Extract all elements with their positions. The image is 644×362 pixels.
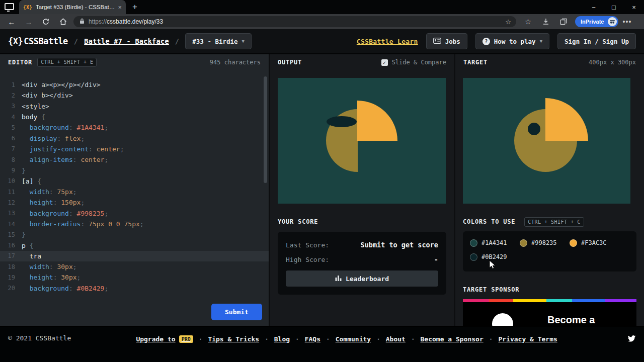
how-to-play-button[interactable]: ? How to play ▼ — [475, 33, 549, 49]
code-area[interactable]: 1<div a><p></p></div>2<div b></div>3<sty… — [0, 71, 269, 326]
jobs-button[interactable]: Jobs — [426, 33, 467, 49]
code-text: border-radius: 75px 0 0 75px; — [22, 220, 144, 228]
forward-icon[interactable]: → — [20, 15, 37, 29]
minimize-button[interactable]: − — [584, 0, 604, 14]
code-line-15[interactable]: 15} — [0, 229, 269, 240]
line-number: 19 — [0, 274, 22, 281]
footer-link[interactable]: Privacy & Terms — [498, 335, 557, 343]
inprivate-badge[interactable]: InPrivate — [575, 16, 618, 27]
profile-avatar[interactable] — [608, 17, 617, 26]
maximize-button[interactable]: □ — [604, 0, 624, 14]
code-line-1[interactable]: 1<div a><p></p></div> — [0, 79, 269, 90]
code-text: } — [22, 231, 26, 238]
bar-chart-icon — [335, 275, 342, 283]
battle-link[interactable]: Battle #7 - Backface — [84, 37, 169, 45]
footer-link[interactable]: Upgrade toPRO — [136, 335, 193, 343]
last-score-row: Last Score: Submit to get score — [286, 240, 438, 250]
code-line-18[interactable]: 18 width: 30px; — [0, 261, 269, 272]
copyright: © 2021 CSSBattle — [8, 334, 71, 342]
footer-link[interactable]: FAQs — [305, 335, 320, 343]
color-swatch[interactable]: #1A4341 — [470, 237, 520, 248]
close-button[interactable]: × — [624, 0, 644, 14]
target-shape-quarter — [545, 98, 588, 141]
code-line-16[interactable]: 16p { — [0, 240, 269, 250]
sign-in-button[interactable]: Sign In / Sign Up — [557, 33, 636, 49]
slide-compare-checkbox[interactable]: ✓ — [381, 59, 388, 66]
target-shape-eye — [528, 123, 540, 135]
logo-text: CSSBattle — [24, 36, 68, 46]
address-bar[interactable]: https://cssbattle.dev/play/33 ☆ — [73, 16, 516, 27]
code-line-20[interactable]: 20 background: #0B2429; — [0, 283, 269, 294]
output-canvas[interactable] — [278, 78, 446, 204]
code-text: <div b></div> — [22, 92, 73, 99]
code-text: tra — [22, 252, 41, 260]
footer-link[interactable]: About — [386, 335, 406, 343]
footer-link[interactable]: Become a Sponsor — [421, 335, 484, 343]
output-panel: OUTPUT ✓ Slide & Compare YOUR SCORE Last… — [270, 54, 455, 326]
code-line-12[interactable]: 12 height: 150px; — [0, 197, 269, 208]
question-icon: ? — [482, 38, 490, 45]
jobs-button-label: Jobs — [445, 38, 460, 45]
color-dot-icon — [520, 239, 527, 247]
twitter-icon[interactable] — [627, 335, 636, 344]
footer-link[interactable]: Community — [336, 335, 371, 343]
cssbattle-favicon-icon: {X} — [23, 5, 32, 10]
output-title: OUTPUT — [278, 59, 302, 65]
separator: · — [376, 334, 381, 344]
code-line-4[interactable]: 4body { — [0, 112, 269, 122]
code-line-8[interactable]: 8 align-items: center; — [0, 154, 269, 165]
editor-header: EDITOR CTRL + SHIFT + E 945 characters — [0, 54, 269, 70]
back-icon[interactable]: ← — [3, 15, 20, 29]
code-line-6[interactable]: 6 display: flex; — [0, 133, 269, 143]
footer-link[interactable]: Tips & Tricks — [208, 335, 259, 343]
window-controls: − □ × — [584, 0, 644, 14]
favorites-icon[interactable]: ☆ — [519, 15, 537, 29]
home-icon[interactable] — [54, 15, 71, 29]
editor-shortcut-badge: CTRL + SHIFT + E — [37, 58, 97, 67]
code-line-19[interactable]: 19 height: 30px; — [0, 272, 269, 283]
downloads-icon[interactable] — [537, 15, 554, 29]
tab-close-icon[interactable]: × — [118, 4, 122, 11]
code-text: justify-content: center; — [22, 145, 124, 153]
add-favorite-icon[interactable]: ☆ — [505, 18, 511, 26]
footer-link[interactable]: Blog — [274, 335, 290, 343]
cssbattle-logo[interactable]: {X} CSSBattle — [8, 36, 68, 46]
code-line-5[interactable]: 5 background: #1A4341; — [0, 122, 269, 133]
new-tab-button[interactable]: + — [132, 2, 137, 12]
target-header: TARGET 400px x 300px — [455, 54, 644, 70]
footer-links: Upgrade toPRO·Tips & Tricks·Blog·FAQs·Co… — [71, 334, 622, 344]
sponsor-logo — [492, 313, 513, 326]
sign-in-label: Sign In / Sign Up — [565, 38, 629, 45]
level-dropdown[interactable]: #33 - Birdie ▼ — [185, 33, 252, 49]
code-text: <div a><p></p></div> — [22, 81, 101, 88]
separator: · — [295, 334, 300, 344]
colors-shortcut-badge: CTRL + SHIFT + C — [524, 217, 584, 227]
code-line-7[interactable]: 7 justify-content: center; — [0, 144, 269, 154]
target-canvas[interactable] — [463, 78, 630, 204]
code-line-14[interactable]: 14 border-radius: 75px 0 0 75px; — [0, 219, 269, 229]
code-line-10[interactable]: 10[a] { — [0, 176, 269, 187]
browser-menu-icon[interactable]: ••• — [618, 18, 635, 26]
colors-to-use-title: COLORS TO USE CTRL + SHIFT + C — [463, 218, 636, 225]
collections-icon[interactable] — [554, 15, 572, 29]
editor-scrollbar[interactable] — [264, 76, 267, 183]
color-swatch[interactable]: #F3AC3C — [570, 237, 619, 248]
refresh-icon[interactable] — [37, 15, 54, 29]
submit-button[interactable]: Submit — [211, 304, 262, 320]
line-number: 18 — [0, 263, 22, 270]
sponsor-banner[interactable]: Become a — [463, 299, 636, 326]
leaderboard-button[interactable]: Leaderboard — [286, 270, 438, 287]
code-line-3[interactable]: 3<style> — [0, 101, 269, 112]
target-sponsor-title: TARGET SPONSOR — [463, 286, 636, 293]
code-line-9[interactable]: 9} — [0, 165, 269, 175]
line-number: 5 — [0, 124, 22, 131]
color-swatch[interactable]: #998235 — [520, 237, 570, 248]
line-number: 11 — [0, 189, 22, 196]
code-line-17[interactable]: 17 tra — [0, 251, 269, 261]
code-line-11[interactable]: 11 width: 75px; — [0, 187, 269, 197]
code-line-13[interactable]: 13 background: #998235; — [0, 208, 269, 219]
browser-tab[interactable]: {X} Target #33 (Birdie) - CSSBattle × — [19, 0, 126, 14]
line-number: 6 — [0, 135, 22, 142]
learn-link[interactable]: CSSBattle Learn — [357, 38, 418, 45]
code-line-2[interactable]: 2<div b></div> — [0, 90, 269, 101]
